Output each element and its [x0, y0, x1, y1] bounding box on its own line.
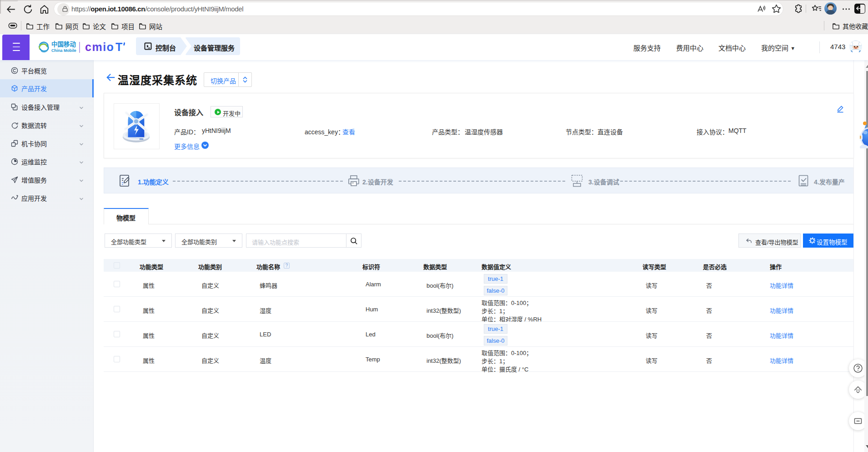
svg-text:T: T [115, 41, 122, 53]
svg-text:cmio: cmio [85, 41, 114, 53]
svg-text:中国移动: 中国移动 [51, 41, 76, 48]
svg-text:China Mobile: China Mobile [51, 48, 76, 53]
